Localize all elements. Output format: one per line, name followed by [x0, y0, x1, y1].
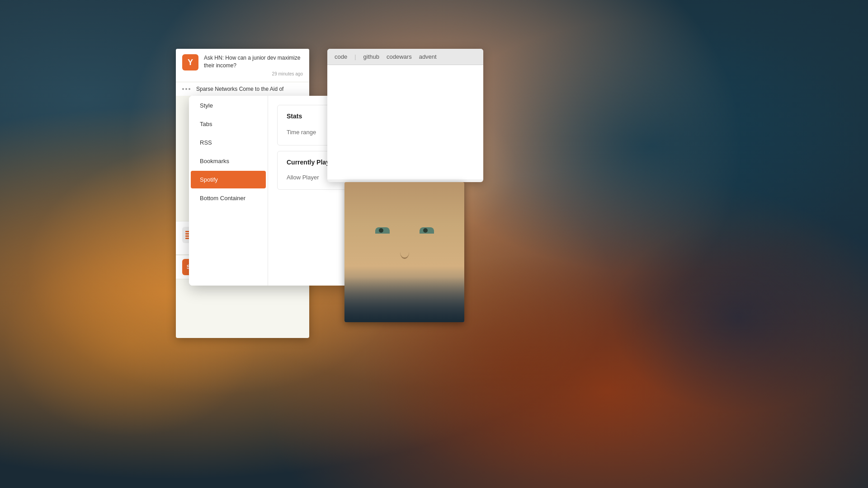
hn-item-1-title: Ask HN: How can a junior dev maximize th…	[204, 54, 303, 70]
sidebar-item-rss[interactable]: RSS	[191, 134, 266, 151]
hn-item-1[interactable]: Y Ask HN: How can a junior dev maximize …	[176, 49, 309, 82]
left-pupil	[379, 228, 383, 233]
portrait-nose	[400, 245, 409, 259]
sidebar-item-spotify[interactable]: Spotify	[191, 171, 266, 188]
sidebar-item-tabs[interactable]: Tabs	[191, 115, 266, 133]
hn-y-icon: Y	[182, 54, 198, 70]
hn-item-1-content: Ask HN: How can a junior dev maximize th…	[204, 54, 303, 76]
hn-item-2-title: Sparse Networks Come to the Aid of	[196, 86, 283, 92]
right-pupil	[423, 228, 428, 233]
browser-tab-advent[interactable]: advent	[419, 53, 437, 60]
browser-content	[327, 65, 483, 179]
settings-sidebar: Style Tabs RSS Bookmarks Spotify Bottom …	[189, 96, 268, 286]
left-eye	[375, 227, 390, 234]
sidebar-item-style[interactable]: Style	[191, 97, 266, 114]
sidebar-item-bookmarks[interactable]: Bookmarks	[191, 152, 266, 170]
right-eye	[420, 227, 434, 234]
tab-divider: |	[354, 53, 356, 60]
browser-tab-code[interactable]: code	[335, 53, 347, 60]
sidebar-item-bottom-container[interactable]: Bottom Container	[191, 189, 266, 207]
portrait-eyes	[375, 227, 434, 234]
dot-1	[182, 88, 184, 90]
browser-tab-codewars[interactable]: codewars	[387, 53, 412, 60]
hn-item-dots-row: Sparse Networks Come to the Aid of	[176, 82, 309, 96]
browser-panel: code | github codewars advent	[327, 49, 483, 182]
hn-item-1-time: 29 minutes ago	[204, 71, 303, 76]
time-range-label: Time range	[287, 129, 316, 136]
allow-player-label: Allow Player	[287, 174, 319, 181]
portrait-panel	[344, 182, 464, 322]
dot-2	[185, 88, 187, 90]
browser-tab-github[interactable]: github	[363, 53, 379, 60]
dot-3	[189, 88, 190, 90]
portrait-bottom	[344, 277, 464, 322]
browser-tabs-bar: code | github codewars advent	[327, 49, 483, 65]
